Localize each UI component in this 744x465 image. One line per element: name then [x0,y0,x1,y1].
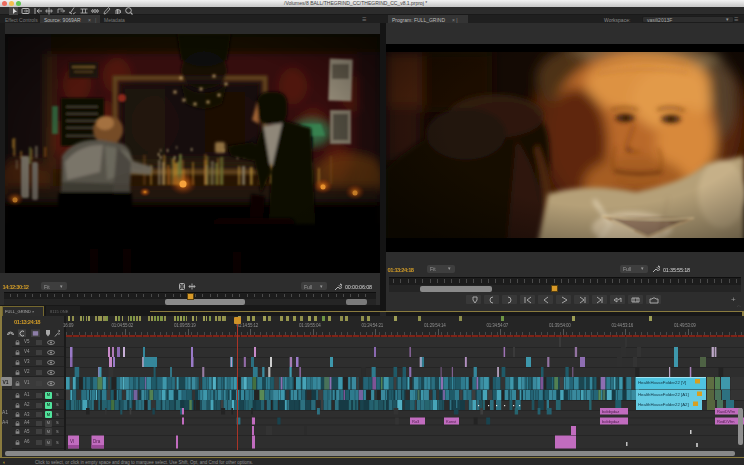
svg-text:HealthHouseFolder22 [A2]: HealthHouseFolder22 [A2] [638,402,689,407]
svg-text:bobbydaz: bobbydaz [602,409,619,414]
svg-text:RaviDVfrn: RaviDVfrn [717,409,735,414]
svg-text:Ro3: Ro3 [412,419,420,424]
svg-text:HealthHouseFolder22 [A1]: HealthHouseFolder22 [A1] [638,392,689,397]
svg-text:VI: VI [70,439,74,444]
svg-text:Dra: Dra [93,439,101,444]
svg-text:Konst: Konst [446,419,457,424]
svg-text:HealthHouseFolder22 [V]: HealthHouseFolder22 [V] [638,380,686,385]
svg-text:RedDVfrn: RedDVfrn [717,419,735,424]
svg-text:bobbydaz: bobbydaz [602,419,619,424]
